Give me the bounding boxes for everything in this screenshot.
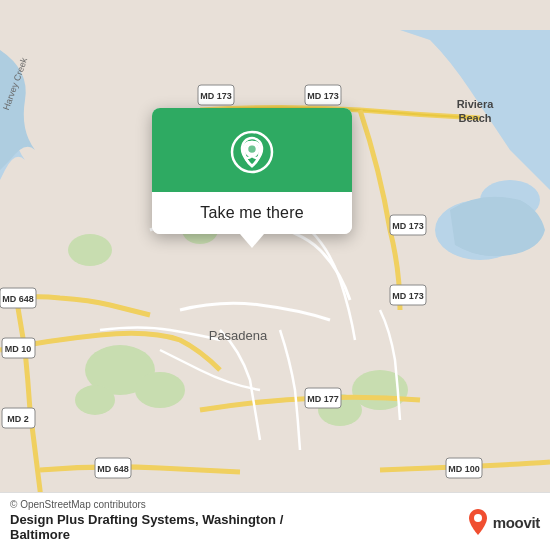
svg-text:MD 173: MD 173 <box>392 221 424 231</box>
take-me-there-button[interactable]: Take me there <box>200 204 303 222</box>
svg-text:MD 648: MD 648 <box>2 294 34 304</box>
svg-text:MD 648: MD 648 <box>97 464 129 474</box>
svg-text:MD 173: MD 173 <box>200 91 232 101</box>
svg-text:Beach: Beach <box>458 112 491 124</box>
svg-text:Riviera: Riviera <box>457 98 495 110</box>
footer: © OpenStreetMap contributors Design Plus… <box>0 492 550 550</box>
place-name: Design Plus Drafting Systems, Washington… <box>10 512 540 542</box>
popup-top <box>152 108 352 192</box>
location-pin-icon <box>230 130 274 174</box>
popup-pointer <box>240 234 264 248</box>
svg-text:MD 2: MD 2 <box>7 414 29 424</box>
attribution: © OpenStreetMap contributors <box>10 499 540 510</box>
svg-text:MD 173: MD 173 <box>392 291 424 301</box>
map-container: MD 173 MD 173 MD 173 MD 173 MD 648 MD 10… <box>0 0 550 550</box>
popup-card: Take me there <box>152 108 352 234</box>
svg-point-4 <box>135 372 185 408</box>
moovit-text: moovit <box>493 514 540 531</box>
svg-text:MD 177: MD 177 <box>307 394 339 404</box>
svg-point-9 <box>68 234 112 266</box>
moovit-logo: moovit <box>467 508 540 536</box>
svg-text:MD 100: MD 100 <box>448 464 480 474</box>
svg-point-5 <box>75 385 115 415</box>
popup-bottom: Take me there <box>152 192 352 234</box>
svg-text:MD 10: MD 10 <box>5 344 32 354</box>
svg-text:Pasadena: Pasadena <box>209 328 268 343</box>
moovit-pin-icon <box>467 508 489 536</box>
map-background: MD 173 MD 173 MD 173 MD 173 MD 648 MD 10… <box>0 0 550 550</box>
svg-text:MD 173: MD 173 <box>307 91 339 101</box>
svg-point-38 <box>474 514 482 522</box>
